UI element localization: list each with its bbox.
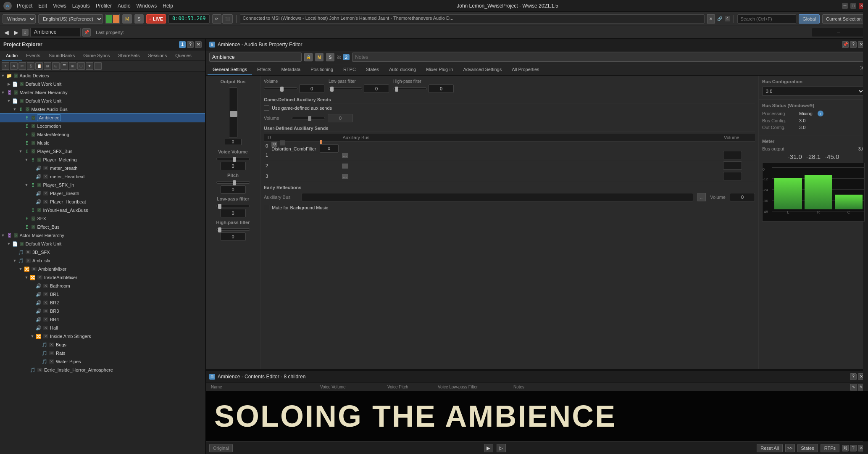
breadcrumb[interactable]: Ambience [30, 28, 81, 37]
tab-queries[interactable]: Queries [171, 51, 196, 61]
transport-btn-2[interactable] [113, 15, 119, 23]
tree-item-25[interactable]: 🔊 ✕ Bathroom [0, 282, 205, 290]
pin-button[interactable]: 📌 [82, 28, 91, 37]
lowpass-output-slider[interactable] [329, 87, 362, 90]
tab-sharesets[interactable]: ShareSets [114, 51, 144, 61]
tab-mixer-plugin[interactable]: Mixer Plug-in [421, 64, 458, 75]
tree-item-32[interactable]: 🎵 ✕ Bugs [0, 340, 205, 349]
menu-windows[interactable]: Windows [137, 3, 157, 9]
expand-24[interactable]: ▼ [24, 275, 29, 280]
highpass-output-slider[interactable] [393, 87, 427, 90]
rtpcs-button[interactable]: RTPs [821, 444, 839, 452]
transport-btn-1[interactable] [106, 15, 112, 23]
name-lock-icon[interactable]: 🔒 [304, 53, 313, 61]
expand-5[interactable] [18, 115, 24, 121]
platform-dropdown[interactable]: Windows [3, 14, 36, 24]
aux-name-0[interactable]: ⟲ Distortion_CombFilter [270, 140, 318, 153]
object-solo-btn[interactable]: S [326, 53, 334, 61]
solo-button[interactable]: S [134, 14, 143, 24]
menu-profiler[interactable]: Profiler [96, 3, 112, 9]
expand-32[interactable] [35, 342, 41, 348]
tree-item-13[interactable]: ▼ 🎚 ○ Player_SFX_In [0, 181, 205, 189]
expand-11[interactable] [29, 165, 35, 171]
output-volume-thumb[interactable] [280, 87, 284, 92]
object-name-input[interactable] [209, 53, 302, 62]
use-game-aux-checkbox[interactable] [264, 105, 269, 111]
expand-34[interactable] [35, 359, 41, 364]
tree-item-15[interactable]: 🔊 ✕ Player_Heartbeat [0, 198, 205, 206]
tree-item-6[interactable]: 🎚 ○ Locomotion [0, 122, 205, 130]
forward-button[interactable]: ▶ [12, 28, 20, 37]
home-icon[interactable]: ⌂ [22, 29, 29, 36]
reset-all-button[interactable]: Reset All [757, 444, 782, 452]
expand-9[interactable]: ▼ [18, 148, 24, 154]
tree-item-4[interactable]: ▼ 🎚 ○ Master Audio Bus [0, 105, 205, 114]
tab-positioning[interactable]: Positioning [305, 64, 338, 75]
tab-metadata[interactable]: Metadata [276, 64, 305, 75]
expand-14[interactable] [29, 190, 35, 196]
expand-12[interactable] [29, 174, 35, 179]
back-button[interactable]: ◀ [3, 28, 11, 37]
menu-views[interactable]: Views [53, 3, 66, 9]
voice-volume-slider[interactable] [216, 158, 250, 160]
menu-help[interactable]: Help [163, 3, 173, 9]
expand-35[interactable] [24, 367, 29, 373]
expand-16[interactable] [24, 207, 29, 213]
aux-vol-input-0[interactable] [320, 144, 339, 153]
tab-events[interactable]: Events [22, 51, 45, 61]
processing-info-icon[interactable]: i [818, 111, 823, 116]
tree-item-7[interactable]: 🎚 ○ MasterMetering [0, 130, 205, 139]
aux-vol-input-1[interactable] [723, 151, 742, 159]
game-volume-input[interactable] [328, 114, 353, 122]
expand-0[interactable]: ▼ [0, 73, 6, 79]
expand-26[interactable] [29, 291, 35, 297]
bottom-link-btn[interactable]: ⛓ [842, 445, 849, 451]
expand-6[interactable] [18, 123, 24, 129]
tab-all-properties[interactable]: All Properties [507, 64, 544, 75]
game-volume-slider[interactable] [292, 117, 325, 119]
mute-bg-checkbox[interactable] [264, 205, 269, 210]
tree-item-27[interactable]: 🔊 ✕ BR2 [0, 298, 205, 307]
tree-view[interactable]: ▼ 📁 ○ Audio Devices ▶ 📄 ○ Default Work U… [0, 71, 205, 454]
aux-btn-1[interactable]: … [342, 153, 348, 158]
lowpass-thumb[interactable] [218, 204, 221, 209]
notes-input[interactable] [352, 53, 865, 62]
mute-button[interactable]: M [122, 14, 132, 24]
tree-item-12[interactable]: 🔊 ✕ meter_Heartbeat [0, 172, 205, 181]
expand-18[interactable] [18, 224, 24, 230]
tree-item-10[interactable]: ▼ 🎚 ○ Player_Metering [0, 156, 205, 164]
output-volume-input[interactable] [299, 84, 324, 93]
window-controls[interactable]: ─ □ ✕ [842, 3, 865, 9]
menu-edit[interactable]: Edit [38, 3, 47, 9]
aux-btn-2[interactable]: … [342, 164, 348, 169]
aux-row-0[interactable]: 0 ⟲ Distortion_CombFilter | [264, 142, 340, 150]
maximize-button[interactable]: □ [850, 3, 856, 9]
language-dropdown[interactable]: English(US) (Reference) [38, 14, 103, 24]
tree-item-17[interactable]: 🎚 ○ SFX [0, 214, 205, 223]
tree-item-23[interactable]: ▼ 🔀 ✕ AmbientMixer [0, 265, 205, 273]
game-volume-thumb[interactable] [308, 116, 311, 121]
bus-config-select[interactable]: 3.0 [762, 87, 865, 96]
search-input[interactable] [737, 14, 796, 24]
highpass-output-input[interactable] [429, 84, 454, 93]
tree-item-35[interactable]: 🎵 ✕ Eerie_Inside_Horror_Atmosphere [0, 366, 205, 374]
expand-15[interactable] [29, 199, 35, 205]
er-aux-bus-input[interactable] [302, 193, 693, 201]
expand-29[interactable] [29, 317, 35, 322]
expand-1[interactable]: ▶ [6, 81, 12, 87]
pitch-input[interactable] [221, 185, 246, 194]
tree-item-31[interactable]: ▼ 🔀 ✕ Inside Amb Stingers [0, 332, 205, 340]
explorer-tabs[interactable]: Audio Events SoundBanks Game Syncs Share… [0, 50, 205, 61]
ce-edit-1[interactable]: ✎ [850, 384, 857, 391]
global-button[interactable]: Global [799, 14, 820, 24]
voice-volume-input[interactable] [221, 162, 246, 170]
tree-item-1[interactable]: ▶ 📄 ○ Default Work Unit [0, 80, 205, 88]
object-mute-btn[interactable]: M [315, 53, 324, 61]
tree-item-20[interactable]: ▼ 📄 ○ Default Work Unit [0, 240, 205, 248]
menu-layouts[interactable]: Layouts [72, 3, 90, 9]
tool-collapse[interactable]: ⊟ [52, 62, 60, 70]
tree-item-34[interactable]: 🎵 ✕ Water Pipes [0, 357, 205, 366]
lowpass-input[interactable] [221, 209, 246, 217]
tree-item-2[interactable]: ▼ 🎛 ○ Master-Mixer Hierarchy [0, 88, 205, 97]
tool-view-grid[interactable]: ⊡ [77, 62, 85, 70]
